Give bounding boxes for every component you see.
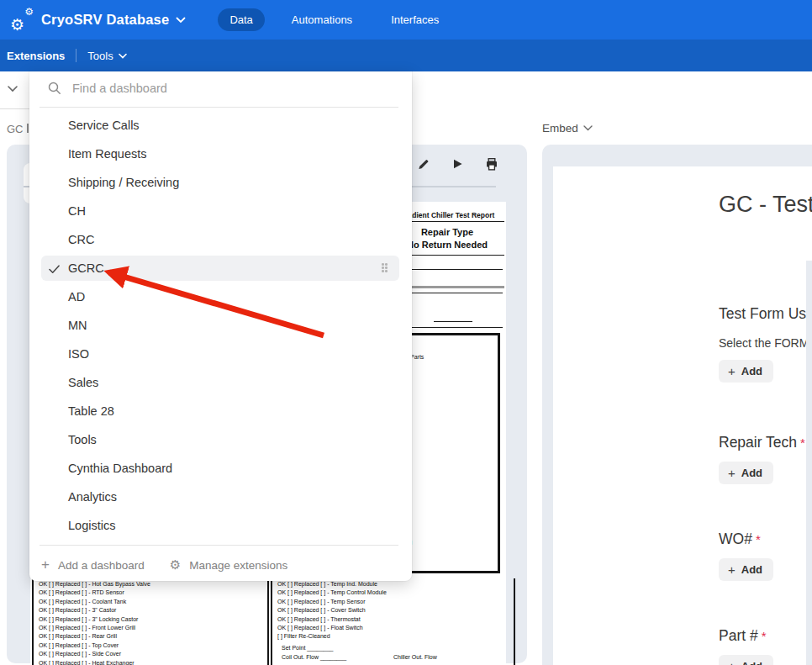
dashboard-item-label: Service Calls (68, 119, 140, 132)
dashboard-item-label: CRC (68, 233, 94, 246)
dashboard-search[interactable]: Find a dashboard (48, 82, 167, 95)
checklist-item: OK [ ] Replaced [ ] - RTD Sensor (39, 588, 267, 597)
embed-menu[interactable]: Embed (542, 122, 593, 135)
checklist-item: [ ] Filter Re-Cleaned (277, 632, 514, 641)
screen: ⚙ ⚙ CryoSRV Database Data Automations In… (0, 0, 812, 665)
checklist-item: OK [ ] Replaced [ ] - Temp Sensor (277, 598, 514, 606)
card-title-clipped: GC (7, 123, 24, 135)
flow-row: Coil Out. Flow ________ Chiller Out. Flo… (277, 654, 514, 660)
extensions-bar: Extensions Tools (0, 40, 812, 71)
dashboard-item-label: Cynthia Dashboard (68, 462, 172, 475)
document-toolbar (416, 155, 517, 177)
dashboard-item-label: Sales (68, 376, 98, 389)
print-icon[interactable] (484, 157, 499, 175)
dashboard-item-label: ISO (68, 347, 89, 361)
field-label: Test Form Use (719, 305, 812, 323)
checklist-item: OK [ ] Replaced [ ] - Front Lower Grill (39, 624, 267, 632)
edit-pencil-icon[interactable] (416, 157, 430, 175)
checklist-item: OK [ ] Replaced [ ] - 3" Locking Castor (39, 615, 267, 624)
checklist-item: OK [ ] Replaced [ ] - Hot Gas Bypass Val… (39, 580, 267, 588)
required-asterisk: * (756, 532, 761, 546)
divider (40, 545, 398, 546)
app-title[interactable]: CryoSRV Database (41, 12, 169, 28)
field-label: Part #* (719, 627, 812, 645)
clipped-letter (27, 124, 29, 133)
dashboard-item-label: AD (68, 290, 85, 303)
tab-data[interactable]: Data (218, 8, 264, 31)
field-label: WO#* (719, 530, 812, 548)
chevron-down-icon (583, 125, 593, 131)
dashboard-item-label: Shipping / Receiving (68, 176, 179, 189)
form-title: GC - Test (719, 192, 812, 218)
checklist-left-column: OK [ ] Replaced [ ] - Hot Gas Bypass Val… (32, 578, 269, 665)
dashboard-item-label: Tools (68, 433, 97, 446)
add-record-button[interactable]: + Add (719, 558, 773, 581)
checklist-item: OK [ ] Replaced [ ] - Temp Control Modul… (277, 588, 514, 597)
run-play-icon[interactable] (451, 157, 464, 174)
checklist-item: OK [ ] Replaced [ ] - Cover Switch (277, 606, 514, 615)
chevron-down-icon[interactable] (176, 17, 186, 24)
field-description: Select the FORM (719, 336, 812, 350)
check-icon (49, 262, 60, 277)
checklist-item: OK [ ] Replaced [ ] - Coolant Tank (39, 598, 267, 606)
dashboard-item-label: Analytics (68, 490, 117, 504)
dashboard-item-label: MN (68, 319, 87, 332)
dashboard-item-label: Item Requests (68, 147, 147, 161)
form-field: Part #* + Add (719, 627, 812, 665)
form-line (434, 321, 472, 322)
dashboard-list-item[interactable]: Cynthia Dashboard (29, 454, 412, 483)
add-dashboard-button[interactable]: Add a dashboard (58, 559, 145, 572)
dashboard-list-item[interactable]: Tools (29, 425, 412, 454)
parts-label: Parts (410, 354, 424, 360)
manage-extensions-button[interactable]: Manage extensions (189, 559, 287, 572)
dashboard-list-item[interactable]: Analytics (29, 483, 412, 511)
drag-handle-icon[interactable] (382, 263, 388, 273)
search-icon (48, 82, 61, 95)
dashboard-list-item[interactable]: Shipping / Receiving (29, 168, 412, 197)
form-field: Test Form Use Select the FORM + Add (719, 305, 812, 383)
form-field: Repair Tech* + Add (719, 434, 812, 484)
dashboard-list-item[interactable]: CH (29, 197, 412, 225)
tab-automations[interactable]: Automations (280, 8, 364, 31)
tab-interfaces[interactable]: Interfaces (379, 8, 451, 31)
extensions-label[interactable]: Extensions (7, 50, 65, 62)
checklist-item: OK [ ] Replaced [ ] - Heat Exchanger (39, 659, 267, 665)
add-record-button[interactable]: + Add (719, 462, 773, 484)
checklist-item: OK [ ] Replaced [ ] - Side Cover (39, 650, 267, 658)
checklist-item: OK [ ] Replaced [ ] - Thermostat (277, 615, 514, 624)
field-label: Repair Tech* (719, 434, 812, 451)
top-app-bar: ⚙ ⚙ CryoSRV Database Data Automations In… (0, 0, 812, 40)
dashboard-list-item[interactable]: Table 28 (29, 397, 412, 425)
dashboard-item-label: GCRC (68, 261, 104, 275)
collapse-chevron-icon[interactable] (7, 81, 18, 96)
tools-menu[interactable]: Tools (87, 50, 126, 62)
plus-icon: + (728, 563, 736, 576)
plus-icon: + (41, 557, 50, 573)
checklist-item: OK [ ] Replaced [ ] - Top Cover (39, 641, 267, 650)
divider (76, 49, 76, 62)
add-record-button[interactable]: + Add (719, 655, 773, 665)
form-embed-content (553, 166, 812, 665)
divider (40, 107, 398, 108)
checklist-item: OK [ ] Replaced [ ] - Rear Grill (39, 632, 267, 641)
dashboard-list-item[interactable]: CRC (29, 225, 412, 254)
checklist-item: OK [ ] Replaced [ ] - Float Switch (277, 624, 514, 632)
annotation-arrow (84, 251, 336, 351)
add-record-button[interactable]: + Add (719, 360, 773, 383)
dashboard-list-item[interactable]: Logistics (29, 511, 412, 540)
chiller-flow-label: Chiller Out. Flow (393, 654, 437, 660)
gears-app-icon[interactable]: ⚙ ⚙ (10, 9, 34, 31)
dashboard-list-item[interactable]: Item Requests (29, 140, 412, 168)
dashboard-item-label: Table 28 (68, 404, 114, 418)
chevron-down-icon (119, 53, 127, 59)
dashboard-list-item[interactable]: Service Calls (29, 111, 412, 140)
required-asterisk: * (762, 629, 767, 643)
plus-icon: + (728, 467, 736, 479)
top-tabs: Data Automations Interfaces (218, 8, 451, 31)
search-placeholder: Find a dashboard (72, 82, 167, 95)
dashboard-item-label: CH (68, 204, 86, 218)
dashboard-list-item[interactable]: Sales (29, 368, 412, 397)
gear-icon: ⚙ (170, 557, 181, 573)
plus-icon: + (728, 365, 736, 377)
checklist-item: OK [ ] Replaced [ ] - 3" Castor (39, 606, 267, 615)
